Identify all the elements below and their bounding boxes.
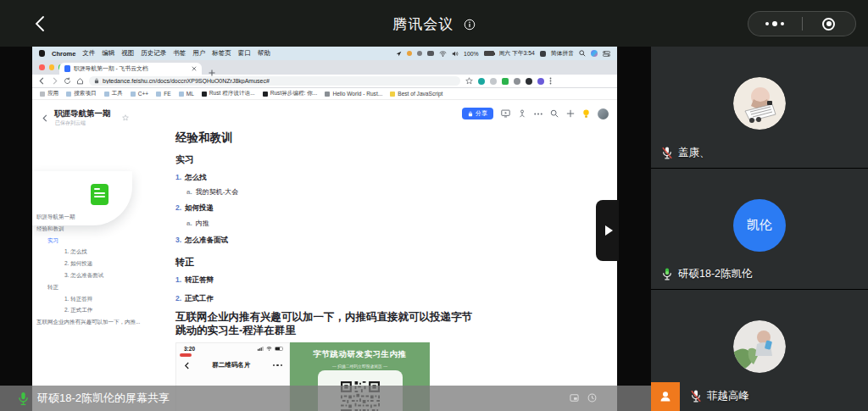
wifi-icon: [439, 51, 447, 57]
profile-avatar-icon[interactable]: [537, 78, 544, 85]
fullscreen-icon[interactable]: [570, 393, 579, 403]
ime-icon[interactable]: [540, 51, 546, 57]
participant-tile[interactable]: 盖康、: [651, 47, 868, 168]
menu-item-history[interactable]: 历史记录: [141, 49, 166, 58]
outline-item[interactable]: 转正: [36, 281, 174, 293]
browser-tab[interactable]: 职涯导航第一期 - 飞书云文档: [59, 63, 202, 75]
bookmark-folder[interactable]: 工具: [104, 90, 123, 97]
menu-item-edit[interactable]: 编辑: [102, 49, 114, 58]
clock-icon[interactable]: [587, 393, 597, 403]
spotlight-search-icon[interactable]: [579, 50, 586, 57]
outline-item[interactable]: 互联网企业内推有兴趣可以加一下，内推...: [36, 316, 174, 328]
bulb-icon[interactable]: [582, 109, 590, 119]
meeting-title-row: 腾讯会议: [0, 14, 868, 35]
signal-icon: [258, 347, 264, 351]
chrome-menu-icon[interactable]: [549, 77, 552, 85]
user-avatar[interactable]: [598, 108, 609, 119]
doc-back-icon[interactable]: [42, 110, 48, 125]
rust-favicon: [263, 92, 268, 97]
capsule-close-button[interactable]: [803, 12, 856, 36]
outline-item[interactable]: 3. 怎么准备面试: [36, 269, 174, 281]
more-options-button[interactable]: [748, 12, 802, 36]
bookmark-folder[interactable]: ML: [179, 91, 194, 97]
bookmark-rust[interactable]: Rust 程序设计语...: [202, 90, 255, 97]
macos-menubar: Chrome 文件 编辑 视图 历史记录 书签 用户 标签页 窗口 帮助 100…: [32, 47, 617, 60]
add-icon[interactable]: [566, 109, 575, 118]
close-tab-icon[interactable]: [192, 66, 197, 71]
doc-star-icon[interactable]: [122, 109, 129, 125]
participant-namebar: 研硕18-2陈凯伦: [661, 267, 753, 281]
doc-actions: 分享: [462, 108, 609, 119]
menu-item-profiles[interactable]: 用户: [192, 49, 205, 58]
target-icon: [822, 18, 835, 31]
play-arrow-icon: [605, 225, 613, 236]
phone-clock: 3:20: [184, 346, 195, 352]
forward-nav-icon[interactable]: [51, 77, 58, 85]
extension-icon[interactable]: [490, 78, 497, 85]
list-item: 1.怎么找: [175, 173, 207, 183]
outline-item[interactable]: 1. 转正答辩: [36, 293, 174, 305]
outline-item[interactable]: 2. 正式工作: [36, 304, 174, 316]
home-icon[interactable]: [76, 77, 84, 85]
menu-item-window[interactable]: 窗口: [238, 49, 251, 58]
bookmark-helloworld[interactable]: Hello World - Rust...: [325, 91, 382, 97]
bookmark-apps[interactable]: 应用: [40, 90, 58, 97]
screen-share-stage: Chrome 文件 编辑 视图 历史记录 书签 用户 标签页 窗口 帮助 100…: [0, 47, 651, 411]
menu-item-tabs[interactable]: 标签页: [212, 49, 231, 58]
close-window-icon[interactable]: [39, 64, 45, 70]
outline-item[interactable]: 1. 怎么找: [36, 246, 174, 258]
new-tab-icon[interactable]: [209, 64, 215, 80]
minimize-window-icon[interactable]: [49, 64, 55, 70]
participant-tile[interactable]: 凯伦 研硕18-2陈凯伦: [651, 169, 868, 290]
outline-item[interactable]: 2. 如何投递: [36, 258, 174, 269]
folder-icon: [156, 92, 161, 97]
extension-icon[interactable]: [514, 78, 520, 85]
present-icon[interactable]: [501, 109, 510, 118]
extension-icon[interactable]: [502, 78, 509, 85]
phone-nav-title: 群二维码名片: [190, 361, 273, 369]
info-icon[interactable]: [464, 18, 476, 35]
reload-icon[interactable]: [64, 77, 71, 85]
extension-icon[interactable]: [478, 78, 485, 85]
poster-subtitle: — 扫描二维码立即投递简历 —: [290, 364, 430, 369]
share-banner-label: 研硕18-2陈凯伦的屏幕共享: [37, 391, 170, 406]
person-icon: [659, 390, 672, 403]
search-icon[interactable]: [550, 109, 559, 118]
address-bar[interactable]: bytedance.feishu.cn/docs/doccnXP9SQHuO0N…: [89, 76, 460, 86]
apple-icon[interactable]: [39, 50, 45, 57]
mindnote-icon[interactable]: [518, 109, 526, 118]
outline-item[interactable]: 职涯导航第一期: [36, 211, 174, 223]
chrome-tabstrip: 职涯导航第一期 - 飞书云文档: [32, 60, 617, 75]
menu-item-view[interactable]: 视图: [121, 49, 134, 58]
menu-item-bookmarks[interactable]: 书签: [173, 49, 186, 58]
bookmark-bestjs[interactable]: Best of JavaScript: [390, 91, 442, 97]
doc-content: 经验和教训 实习 1.怎么找 a.我的契机-大会 2.如何投递 a.内推 3.怎…: [175, 100, 474, 411]
menu-item-file[interactable]: 文件: [82, 49, 95, 58]
feishu-doc: 职涯导航第一期 已保存到云端 分享: [32, 100, 617, 411]
sidebar-expand-handle[interactable]: [596, 200, 619, 261]
bookmark-folder[interactable]: C++: [131, 91, 148, 97]
outline-item-active[interactable]: 实习: [36, 235, 174, 247]
participant-namebar: 菲越高峰: [690, 389, 749, 403]
macos-status-icons: 100% 周六 下午3:54 简体拼音: [396, 49, 610, 58]
extension-icon[interactable]: [526, 78, 532, 85]
more-icon[interactable]: [534, 113, 542, 115]
siri-icon[interactable]: [591, 50, 598, 57]
participant-tile[interactable]: 菲越高峰: [651, 290, 868, 411]
list-subitem: a.内推: [175, 219, 209, 228]
menu-item-help[interactable]: 帮助: [258, 49, 270, 58]
outline-item[interactable]: 经验和教训: [36, 223, 174, 235]
ime-label[interactable]: 简体拼音: [551, 49, 574, 58]
back-nav-icon[interactable]: [38, 77, 46, 85]
phone-status-icons: [258, 347, 283, 351]
bookmark-folder[interactable]: FE: [156, 91, 170, 97]
dot-icon: [772, 21, 777, 26]
menu-item-chrome[interactable]: Chrome: [52, 50, 75, 58]
bookmark-rust-async[interactable]: Rust异步编程: 你...: [263, 90, 318, 97]
participant-namebar: 盖康、: [661, 146, 710, 160]
bookmark-folder[interactable]: 搜索项目: [66, 90, 96, 97]
control-center-icon[interactable]: [603, 51, 610, 57]
tab-title: 职涯导航第一期 - 飞书云文档: [74, 64, 188, 73]
lock-icon: [94, 78, 99, 84]
bookmark-star-icon[interactable]: [465, 77, 473, 85]
